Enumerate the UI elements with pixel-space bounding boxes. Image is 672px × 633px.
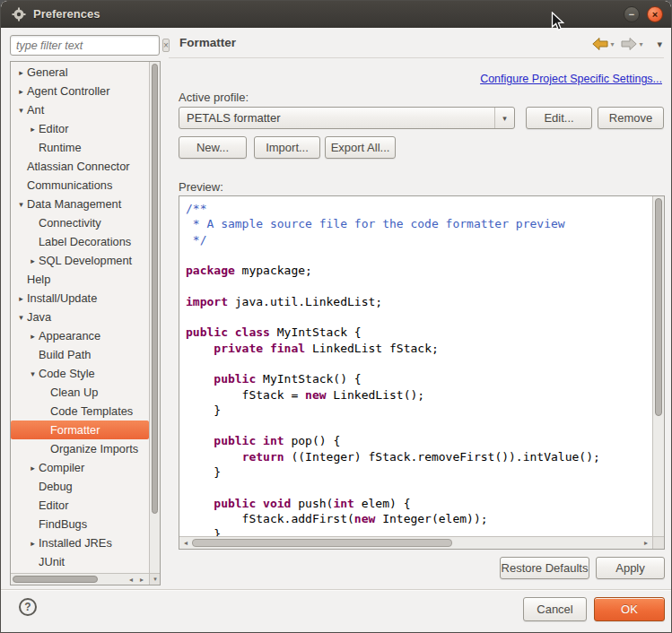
sidebar-item-findbugs[interactable]: FindBugs (11, 515, 149, 533)
forward-dropdown-icon[interactable]: ▾ (639, 40, 642, 48)
collapsed-arrow-icon[interactable]: ▸ (27, 332, 39, 341)
sidebar-item-connectivity[interactable]: Connectivity (11, 213, 149, 232)
preview-vscroll-thumb[interactable] (655, 198, 662, 416)
sidebar-item-label-decorations[interactable]: Label Decorations (11, 232, 149, 251)
preview-label: Preview: (179, 180, 223, 194)
collapsed-arrow-icon[interactable]: ▸ (27, 464, 39, 473)
collapsed-arrow-icon[interactable]: ▸ (15, 87, 27, 96)
tree-vertical-scrollbar[interactable] (149, 62, 160, 573)
expanded-arrow-icon[interactable]: ▾ (15, 106, 27, 115)
window-icon (12, 7, 26, 22)
code-line: } (186, 465, 649, 481)
sidebar-item-runtime[interactable]: Runtime (11, 138, 149, 157)
sidebar-item-clean-up[interactable]: Clean Up (11, 383, 149, 402)
sidebar-item-install-update[interactable]: ▸Install/Update (11, 289, 149, 308)
code-line: public MyIntStack() { (186, 372, 649, 387)
sidebar-item-label: Runtime (39, 141, 82, 154)
sidebar-item-label: Agent Controller (27, 84, 109, 98)
close-icon: × (652, 9, 658, 20)
sidebar-item-label: Installed JREs (39, 536, 112, 550)
remove-button[interactable]: Remove (598, 107, 664, 129)
sidebar-item-general[interactable]: ▸General (11, 63, 149, 82)
sidebar-item-installed-jres[interactable]: ▸Installed JREs (11, 533, 149, 552)
sidebar-item-label: Editor (39, 499, 68, 512)
code-line: package mypackage; (186, 264, 649, 279)
filter-input[interactable] (11, 39, 162, 52)
sidebar-item-java[interactable]: ▾Java (11, 308, 149, 326)
edit-button[interactable]: Edit... (526, 107, 592, 129)
export-all-button[interactable]: Export All... (325, 136, 396, 159)
sidebar-item-label: Code Style (39, 367, 95, 380)
tree-vscroll-thumb[interactable] (152, 64, 158, 514)
sidebar-item-build-path[interactable]: Build Path (11, 345, 149, 364)
collapsed-arrow-icon[interactable]: ▸ (15, 294, 27, 303)
sidebar-item-appearance[interactable]: ▸Appearance (11, 326, 149, 345)
titlebar[interactable]: Preferences − × (1, 1, 671, 28)
sidebar-item-sql-development[interactable]: ▸SQL Development (11, 251, 149, 270)
sidebar-item-compiler[interactable]: ▸Compiler (11, 458, 149, 477)
sidebar-item-communications[interactable]: Communications (11, 176, 149, 195)
sidebar-item-label: Java (27, 310, 51, 324)
sidebar-item-editor[interactable]: Editor (11, 496, 149, 515)
back-dropdown-icon[interactable]: ▾ (610, 40, 614, 48)
sidebar-item-label: Compiler (39, 461, 84, 474)
collapsed-arrow-icon[interactable]: ▸ (27, 256, 39, 265)
collapsed-arrow-icon[interactable]: ▸ (15, 68, 27, 77)
tree-horizontal-scrollbar[interactable]: ◂ ▸ (11, 573, 149, 585)
cancel-button[interactable]: Cancel (523, 597, 587, 621)
forward-arrow-icon[interactable] (621, 38, 637, 50)
import-button[interactable]: Import... (254, 136, 320, 159)
back-arrow-icon[interactable] (592, 38, 608, 50)
sidebar-item-editor[interactable]: ▸Editor (11, 119, 149, 138)
help-button[interactable]: ? (19, 598, 37, 616)
sidebar-item-debug[interactable]: Debug (11, 477, 149, 496)
sidebar-item-agent-controller[interactable]: ▸Agent Controller (11, 82, 149, 100)
help-icon: ? (24, 601, 31, 613)
configure-project-settings-link[interactable]: Configure Project Specific Settings... (480, 73, 662, 85)
footer-divider (1, 589, 671, 590)
scroll-left-icon[interactable]: ◂ (126, 574, 136, 585)
code-line: public void push(int elem) { (186, 497, 649, 512)
collapsed-arrow-icon[interactable]: ▸ (27, 539, 39, 548)
expanded-arrow-icon[interactable]: ▾ (15, 313, 27, 322)
sidebar-item-junit[interactable]: JUnit (11, 552, 149, 571)
sidebar-item-label: Editor (39, 122, 68, 135)
scroll-left-icon[interactable]: ◂ (180, 537, 191, 549)
clear-filter-icon[interactable]: × (162, 39, 170, 52)
sidebar-item-help[interactable]: Help (11, 270, 149, 289)
sidebar-item-formatter[interactable]: Formatter (11, 421, 149, 439)
tree-hscroll-thumb[interactable] (13, 576, 98, 583)
sidebar-item-code-style[interactable]: ▾Code Style (11, 364, 149, 383)
code-line (186, 248, 649, 264)
apply-button[interactable]: Apply (596, 557, 665, 579)
sidebar-item-organize-imports[interactable]: Organize Imports (11, 439, 149, 458)
chevron-down-icon: ▾ (494, 108, 514, 128)
expanded-arrow-icon[interactable]: ▾ (15, 200, 27, 209)
restore-defaults-button[interactable]: Restore Defaults (500, 557, 589, 579)
scroll-right-icon[interactable]: ▸ (641, 537, 651, 549)
sidebar-item-code-templates[interactable]: Code Templates (11, 402, 149, 421)
preview-horizontal-scrollbar[interactable]: ◂ ▸ (179, 536, 652, 549)
collapsed-arrow-icon[interactable]: ▸ (27, 125, 39, 134)
view-menu-icon[interactable]: ▾ (657, 39, 662, 50)
new-button[interactable]: New... (179, 136, 247, 159)
minimize-button[interactable]: − (624, 6, 640, 22)
profile-select[interactable]: PETALS formatter ▾ (179, 107, 515, 129)
sidebar-item-label: Data Management (27, 197, 121, 211)
code-line: return ((Integer) fStack.removeFirst()).… (186, 450, 649, 465)
code-line: } (186, 403, 649, 419)
preferences-tree: ▸General▸Agent Controller▾Ant▸EditorRunt… (11, 63, 149, 573)
sidebar-item-ant[interactable]: ▾Ant (11, 100, 149, 119)
preview-code: /** * A sample source file for the code … (179, 196, 652, 536)
sidebar-item-data-management[interactable]: ▾Data Management (11, 195, 149, 213)
code-line: import java.util.LinkedList; (186, 295, 649, 310)
preview-hscroll-thumb[interactable] (192, 539, 452, 547)
code-line: /** (186, 202, 649, 217)
scroll-right-icon[interactable]: ▸ (136, 574, 147, 585)
close-button[interactable]: × (647, 6, 663, 22)
preview-vertical-scrollbar[interactable] (652, 196, 664, 536)
sidebar-item-atlassian-connector[interactable]: Atlassian Connector (11, 157, 149, 176)
ok-button[interactable]: OK (594, 597, 665, 621)
scroll-down-icon[interactable]: ▾ (149, 573, 160, 585)
expanded-arrow-icon[interactable]: ▾ (27, 369, 39, 378)
